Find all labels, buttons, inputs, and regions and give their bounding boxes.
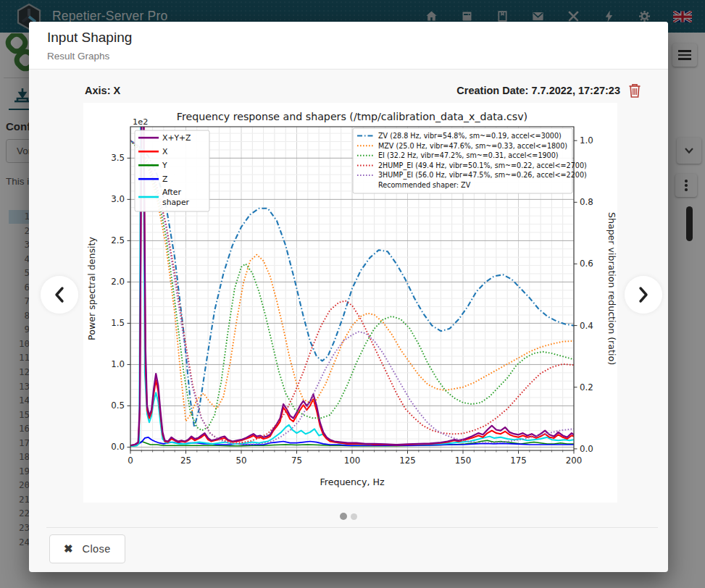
svg-text:0.0: 0.0 — [111, 442, 125, 452]
svg-text:75: 75 — [291, 455, 302, 466]
chart-figure: 02550751001251501752000.00.51.01.52.02.5… — [83, 103, 617, 503]
carousel-dot[interactable] — [340, 513, 347, 520]
svg-text:0.2: 0.2 — [580, 382, 593, 392]
svg-text:2.0: 2.0 — [111, 277, 125, 287]
svg-text:125: 125 — [399, 455, 416, 466]
svg-text:Frequency response and shapers: Frequency response and shapers (/tmp/cal… — [177, 111, 527, 122]
trash-icon — [627, 83, 642, 98]
svg-text:EI (32.2 Hz, vibr=47.2%, sm~=0: EI (32.2 Hz, vibr=47.2%, sm~=0.31, accel… — [378, 151, 559, 159]
svg-text:0.6: 0.6 — [580, 259, 593, 269]
carousel-pagination — [29, 513, 668, 520]
svg-text:150: 150 — [455, 455, 472, 466]
input-shaping-dialog: Input Shaping Result Graphs Axis: X Crea… — [29, 22, 668, 572]
carousel-next-button[interactable] — [625, 276, 662, 314]
svg-text:2.5: 2.5 — [111, 235, 125, 245]
svg-text:0.8: 0.8 — [580, 197, 593, 207]
chevron-right-icon — [637, 286, 650, 303]
svg-text:X+Y+Z: X+Y+Z — [162, 133, 191, 143]
axis-label: Axis: X — [85, 85, 120, 96]
svg-text:Shaper vibration reduction (ra: Shaper vibration reduction (ratio) — [606, 212, 617, 365]
svg-text:25: 25 — [180, 455, 191, 466]
dialog-header: Input Shaping Result Graphs — [29, 22, 668, 70]
svg-text:After: After — [162, 188, 181, 197]
close-button[interactable]: ✖ Close — [49, 534, 125, 563]
svg-text:0.4: 0.4 — [580, 321, 593, 331]
svg-text:2HUMP_EI (49.4 Hz, vibr=50.1%,: 2HUMP_EI (49.4 Hz, vibr=50.1%, sm~=0.22,… — [378, 161, 587, 170]
carousel-dot[interactable] — [351, 513, 357, 520]
svg-text:Z: Z — [162, 175, 167, 184]
svg-text:X: X — [162, 147, 168, 156]
svg-text:200: 200 — [566, 455, 583, 466]
svg-text:0.0: 0.0 — [580, 444, 593, 454]
close-icon: ✖ — [64, 542, 73, 555]
svg-text:50: 50 — [235, 455, 246, 466]
svg-text:MZV (25.0 Hz, vibr=47.6%, sm~=: MZV (25.0 Hz, vibr=47.6%, sm~=0.33, acce… — [378, 142, 567, 150]
svg-text:ZV (28.8 Hz, vibr=54.8%, sm~=0: ZV (28.8 Hz, vibr=54.8%, sm~=0.19, accel… — [378, 132, 562, 140]
svg-text:Frequency, Hz: Frequency, Hz — [320, 476, 385, 487]
svg-text:Recommended shaper: ZV: Recommended shaper: ZV — [378, 181, 471, 189]
svg-text:1.5: 1.5 — [111, 318, 125, 328]
svg-text:1e2: 1e2 — [133, 117, 148, 127]
dialog-subtitle: Result Graphs — [47, 51, 109, 62]
svg-text:1.0: 1.0 — [111, 359, 125, 369]
result-meta-row: Axis: X Creation Date: 7.7.2022, 17:27:2… — [85, 83, 642, 98]
svg-text:1.0: 1.0 — [580, 135, 593, 146]
carousel-prev-button[interactable] — [41, 276, 78, 314]
svg-text:Power spectral density: Power spectral density — [86, 237, 97, 340]
delete-result-button[interactable] — [627, 83, 642, 98]
dialog-title: Input Shaping — [47, 30, 132, 46]
svg-text:Y: Y — [162, 161, 167, 170]
svg-text:0.5: 0.5 — [111, 400, 125, 411]
svg-text:0: 0 — [128, 455, 133, 466]
chevron-left-icon — [53, 286, 66, 303]
svg-text:175: 175 — [510, 455, 527, 466]
svg-text:3HUMP_EI (56.0 Hz, vibr=47.5%,: 3HUMP_EI (56.0 Hz, vibr=47.5%, sm~=0.26,… — [378, 171, 587, 180]
svg-text:shaper: shaper — [162, 198, 190, 207]
footer-divider — [46, 527, 658, 528]
svg-text:3.0: 3.0 — [111, 194, 125, 204]
creation-date-label: Creation Date: 7.7.2022, 17:27:23 — [456, 85, 620, 96]
svg-text:100: 100 — [344, 455, 361, 466]
svg-text:3.5: 3.5 — [111, 153, 125, 163]
